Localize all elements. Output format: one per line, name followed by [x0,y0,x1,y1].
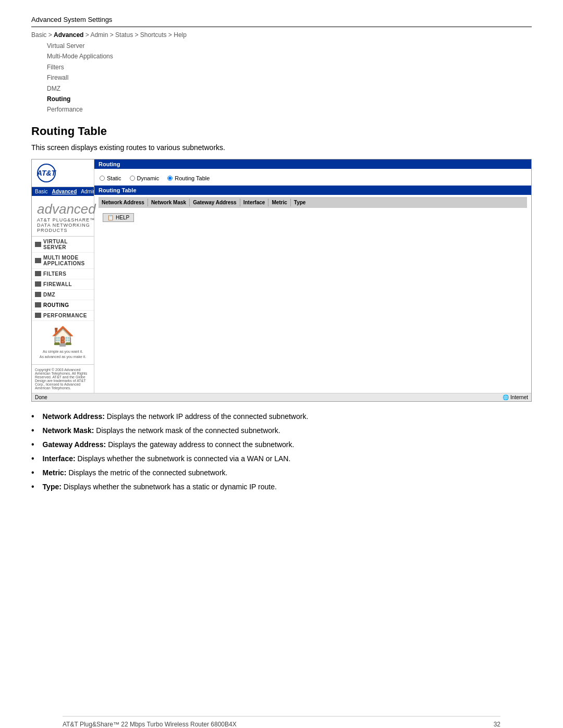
bullet-type: Type: Displays whether the subnetwork ha… [31,483,532,491]
radio-routing-table-input[interactable] [167,176,173,181]
nav-admin[interactable]: Admin [81,189,95,194]
bullet-network-address-label: Network Address: [43,412,105,421]
bullet-metric: Metric: Displays the metric of the conne… [31,468,532,477]
breadcrumb-help[interactable]: Help [174,31,187,39]
page-header-title: Advanced System Settings [31,16,532,23]
radio-static-input[interactable] [100,176,105,181]
bullet-network-address: Network Address: Displays the network IP… [31,412,532,421]
advanced-label: advanced [37,201,96,217]
bullet-interface: Interface: Displays whether the subnetwo… [31,454,532,463]
routing-options: Static Dynamic Routing Table [94,171,531,186]
subnav-dmz[interactable]: DMZ [47,83,532,94]
nav-advanced[interactable]: Advanced [52,189,77,194]
bullet-type-text: Displays whether the subnetwork has a st… [64,483,277,491]
router-header-area: advanced AT&T PLUG&SHARE™ DATA NETWORKIN… [32,196,94,237]
subnav-filters[interactable]: Filters [47,62,532,72]
subnav-multi-mode[interactable]: Multi-Mode Applications [47,51,532,61]
nav-basic[interactable]: Basic [35,189,47,194]
menu-icon-dmz [35,292,41,297]
routing-bar: Routing [94,159,531,169]
browser-status-bar: Done 🌐 Internet [32,393,531,401]
sidebar-item-dmz[interactable]: DMZ [32,290,94,300]
col-type: Type [291,199,309,206]
bullet-network-mask-label: Network Mask: [43,426,94,435]
col-interface: Interface [240,199,269,206]
bullet-metric-label: Metric: [43,468,67,477]
router-copyright: Copyright © 2003 Advanced American Telep… [32,364,94,393]
radio-dynamic[interactable]: Dynamic [130,175,160,181]
breadcrumb-advanced[interactable]: Advanced [54,31,83,39]
col-network-address: Network Address [99,199,148,206]
sidebar-item-virtual-server[interactable]: VIRTUAL SERVER [32,237,94,253]
bullet-gateway-address-label: Gateway Address: [43,440,106,449]
section-title: Routing Table [31,125,532,138]
help-icon: 📋 [107,215,114,220]
col-metric: Metric [268,199,290,206]
sidebar-item-firewall[interactable]: FIREWALL [32,279,94,290]
bullet-network-mask-text: Displays the network mask of the connect… [96,426,280,435]
subnav-firewall[interactable]: Firewall [47,72,532,83]
breadcrumb-admin[interactable]: Admin [90,31,108,39]
breadcrumb-status[interactable]: Status [115,31,133,39]
att-logo-icon: AT&T [37,164,56,182]
radio-static[interactable]: Static [100,175,121,181]
bullet-type-label: Type: [43,483,62,491]
bullet-network-address-text: Displays the network IP address of the c… [107,412,309,421]
page-footer: AT&T Plug&Share™ 22 Mbps Turbo Wireless … [63,716,500,728]
footer-left: AT&T Plug&Share™ 22 Mbps Turbo Wireless … [63,721,237,728]
router-sidebar: AT&T Basic Advanced Admin Status Shortcu… [32,159,94,393]
status-done: Done [35,394,47,400]
sidebar-item-filters[interactable]: FILTERS [32,269,94,279]
router-nav-bar: Basic Advanced Admin Status Shortcuts He… [32,187,94,196]
bullet-gateway-address-text: Displays the gateway address to connect … [108,440,294,449]
subnav-routing[interactable]: Routing [47,94,532,104]
menu-icon-routing [35,302,41,307]
menu-icon-firewall [35,281,41,287]
advanced-sub: AT&T PLUG&SHARE™ DATA NETWORKING PRODUCT… [37,217,101,233]
bullet-network-mask: Network Mask: Displays the network mask … [31,426,532,435]
status-internet: 🌐 Internet [503,394,528,400]
sidebar-item-multi-mode[interactable]: MULTI MODEAPPLICATIONS [32,253,94,269]
menu-icon-virtual-server [35,242,41,247]
router-logo: AT&T [32,159,94,187]
sidebar-item-routing[interactable]: ROUTING [32,300,94,311]
menu-icon-filters [35,271,41,276]
radio-routing-table[interactable]: Routing Table [167,175,210,181]
help-btn-area: 📋 HELP [99,211,527,224]
bullet-metric-text: Displays the metric of the connected sub… [68,468,227,477]
router-content: Routing Static Dynamic Routing Table [94,159,531,393]
subnav-virtual-server[interactable]: Virtual Server [47,41,532,51]
sidebar-item-performance[interactable]: PERFORMANCE [32,311,94,321]
bullet-interface-label: Interface: [43,454,76,463]
help-button[interactable]: 📋 HELP [103,213,134,222]
radio-dynamic-input[interactable] [130,176,135,181]
subnav-performance[interactable]: Performance [47,104,532,115]
house-tagline: As simple as you want it. As advanced as… [36,349,90,360]
col-network-mask: Network Mask [148,199,190,206]
bullet-gateway-address: Gateway Address: Displays the gateway ad… [31,440,532,449]
breadcrumb-shortcuts[interactable]: Shortcuts [140,31,167,39]
bullet-interface-text: Displays whether the subnetwork is conne… [78,454,291,463]
menu-icon-multi-mode [35,258,41,263]
footer-right: 32 [494,721,500,728]
browser-window: AT&T Basic Advanced Admin Status Shortcu… [31,159,532,402]
section-desc: This screen displays existing routes to … [31,143,532,152]
sidebar-menu: VIRTUAL SERVER MULTI MODEAPPLICATIONS FI… [32,237,94,321]
subnav: Virtual Server Multi-Mode Applications F… [47,41,532,115]
house-area: 🏠 As simple as you want it. As advanced … [32,321,94,364]
bullet-list: Network Address: Displays the network IP… [31,412,532,491]
breadcrumb: Basic > Advanced > Admin > Status > Shor… [31,31,532,39]
menu-icon-performance [35,313,41,318]
breadcrumb-basic[interactable]: Basic [31,31,46,39]
routing-table-bar: Routing Table [94,186,531,195]
house-icon: 🏠 [36,325,90,347]
table-header-row: Network Address Network Mask Gateway Add… [99,197,527,208]
col-gateway-address: Gateway Address [190,199,240,206]
